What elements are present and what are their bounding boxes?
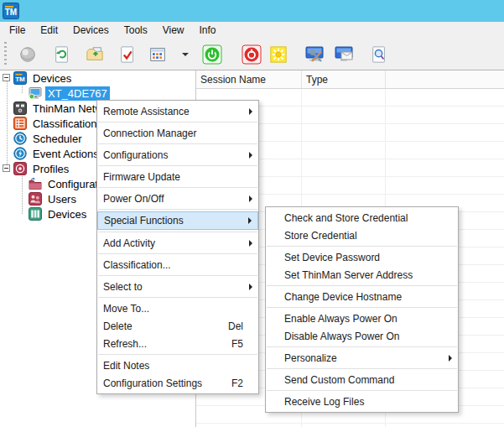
thinman-window: TM File Edit Devices Tools View Info [0,0,504,427]
menubar-devices[interactable]: Devices [65,23,117,38]
submenu-arrow-icon [249,284,252,290]
power-off-icon[interactable] [241,43,262,66]
log-search-icon[interactable] [368,43,390,66]
menu-separator [98,209,257,210]
menu-separator [98,253,257,254]
menubar-file[interactable]: File [2,23,33,38]
menu-item-connection-manager[interactable]: Connection Manager [97,124,258,142]
users-icon [29,192,42,206]
column-header-session-name[interactable]: Session Name [196,70,302,88]
collapse-expander-icon[interactable] [3,164,10,172]
submenu-arrow-icon [449,355,452,362]
menu-item-add-activity[interactable]: Add Activity [97,234,258,252]
menu-separator [98,165,257,166]
menu-item-classification[interactable]: Classification... [97,256,258,273]
grid-view-icon[interactable] [147,43,169,66]
menu-item-firmware-update[interactable]: Firmware Update [97,168,258,185]
app-logo-icon: TM [3,3,19,19]
submenu-item-change-device-hostname[interactable]: Change Device Hostname [266,288,458,305]
submenu-item-set-thinman-server-address[interactable]: Set ThinMan Server Address [266,266,458,284]
special-functions-submenu: Check and Store Credential Store Credent… [265,206,459,413]
submenu-item-personalize[interactable]: Personalize [266,349,458,367]
thinman-logo-icon: TM [13,71,27,85]
submenu-arrow-icon [249,240,252,247]
column-header-empty [386,70,504,88]
column-header-type[interactable]: Type [302,70,386,88]
menu-separator [98,275,257,276]
submenu-item-enable-always-power-on[interactable]: Enable Always Power On [266,310,458,327]
menu-separator [267,285,457,286]
menubar-info[interactable]: Info [192,23,224,38]
menu-item-remote-assistance[interactable]: Remote Assistance [97,102,258,120]
device-monitor-icon [29,86,42,100]
menu-item-power-on-off[interactable]: Power On/Off [97,190,258,207]
shortcut-label: Del [228,320,243,332]
submenu-item-receive-log-files[interactable]: Receive Log Files [266,393,458,410]
device-list-icon [29,207,42,221]
selected-device-label: XT_4DE767 [45,86,110,101]
menu-item-move-to[interactable]: Move To... [97,299,258,317]
menu-separator [98,297,257,298]
menu-separator [267,390,457,391]
menu-separator [267,307,457,308]
menubar-tools[interactable]: Tools [117,23,155,38]
menu-separator [267,246,457,247]
menu-item-edit-notes[interactable]: Edit Notes [97,357,258,374]
tree-item-devices[interactable]: TM Devices [0,70,195,86]
network-settings-icon [13,102,27,115]
menubar-view[interactable]: View [155,23,192,38]
toolbar-gripper[interactable] [4,42,7,66]
menu-separator [98,143,257,144]
device-context-menu: Remote Assistance Connection Manager Con… [96,100,259,394]
menu-bar: File Edit Devices Tools View Info [0,22,504,39]
refresh-document-icon[interactable] [51,43,73,66]
session-table-header: Session Name Type [196,70,504,89]
submenu-arrow-icon [249,108,252,115]
shortcut-label: F2 [231,378,243,389]
menu-separator [98,187,257,188]
menu-item-select-to[interactable]: Select to [97,278,258,295]
menu-item-refresh[interactable]: Refresh... F5 [97,335,258,352]
menu-separator [98,232,257,232]
submenu-arrow-icon [248,217,252,224]
svg-text:TM: TM [5,8,17,17]
profiles-target-icon [13,162,27,175]
collapse-expander-icon[interactable] [3,74,10,81]
menu-separator [267,346,457,347]
menu-separator [98,122,257,122]
classification-grid-icon [13,117,27,130]
event-bolt-icon [13,147,27,160]
title-bar: TM [0,0,504,22]
menu-item-special-functions[interactable]: Special Functions [97,211,258,230]
menu-separator [267,368,457,369]
verify-check-document-icon[interactable] [117,43,138,66]
submenu-item-check-and-store-credential[interactable]: Check and Store Credential [266,209,458,227]
scheduler-clock-icon [13,132,27,145]
submenu-item-set-device-password[interactable]: Set Device Password [266,248,458,266]
svg-text:TM: TM [15,76,25,83]
menubar-edit[interactable]: Edit [33,23,65,38]
menu-item-delete[interactable]: Delete Del [97,317,258,335]
menu-item-configuration-settings[interactable]: Configuration Settings F2 [97,374,258,392]
submenu-arrow-icon [249,195,252,202]
shortcut-label: F5 [231,338,243,350]
submenu-item-disable-always-power-on[interactable]: Disable Always Power On [266,327,458,345]
export-folder-icon[interactable] [84,43,106,66]
submenu-item-send-custom-command[interactable]: Send Custom Command [266,371,458,388]
toolbar [0,39,504,70]
submenu-item-store-credential[interactable]: Store Credential [266,227,458,244]
tree-item-device-xt[interactable]: XT_4DE767 [0,86,195,101]
power-on-icon[interactable] [201,43,223,66]
wake-flash-icon[interactable] [268,43,289,66]
menu-separator [98,354,257,355]
connect-sphere-icon[interactable] [17,43,39,66]
view-dropdown-arrow-icon[interactable] [179,43,191,66]
send-message-icon[interactable] [333,43,355,66]
remote-tools-icon[interactable] [304,43,325,66]
config-folder-icon [29,177,42,190]
submenu-arrow-icon [249,152,252,159]
menu-item-configurations[interactable]: Configurations [97,146,258,164]
